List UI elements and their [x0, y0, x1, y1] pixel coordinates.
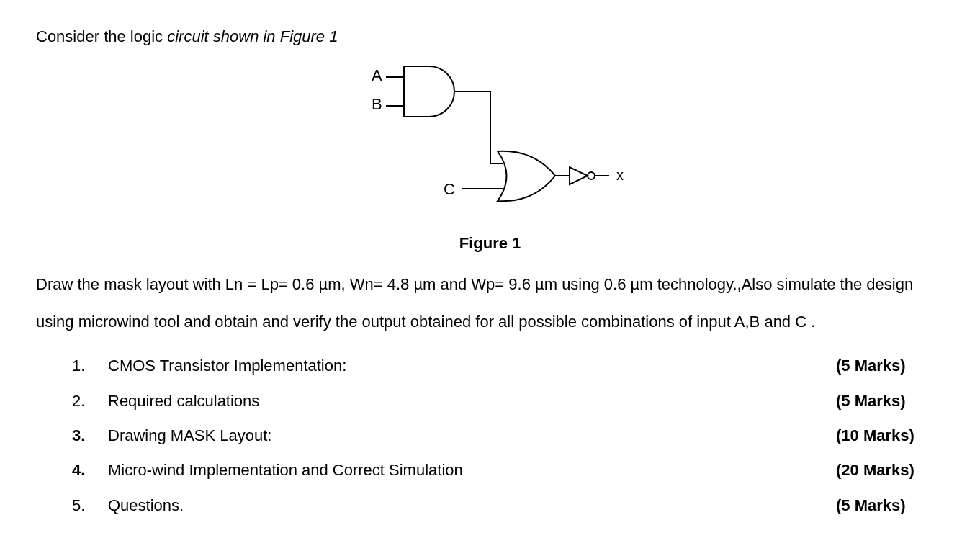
item-label: CMOS Transistor Implementation:: [108, 349, 836, 383]
item-label: Required calculations: [108, 384, 836, 418]
item-number: 5.: [72, 488, 108, 523]
body-text: Draw the mask layout with Ln = Lp= 0.6 µ…: [36, 266, 944, 342]
intro-prefix: Consider the logic: [36, 27, 167, 45]
item-number: 2.: [72, 384, 108, 418]
label-x: x: [616, 167, 624, 183]
item-marks: (5 Marks): [836, 488, 944, 523]
logic-circuit-svg: A B C x: [346, 59, 634, 225]
not-gate: [570, 167, 609, 184]
item-label: Drawing MASK Layout:: [108, 418, 836, 453]
item-label: Questions.: [108, 488, 836, 523]
marks-list: 1. CMOS Transistor Implementation: (5 Ma…: [36, 349, 944, 523]
circuit-diagram: A B C x: [36, 59, 944, 225]
label-c: C: [444, 180, 455, 198]
list-item: 3. Drawing MASK Layout: (10 Marks): [72, 418, 944, 453]
or-gate: [498, 151, 570, 201]
label-b: B: [372, 95, 382, 113]
item-marks: (20 Marks): [836, 453, 944, 488]
and-gate: [386, 66, 490, 117]
label-a: A: [372, 66, 382, 84]
figure-caption: Figure 1: [36, 228, 944, 259]
list-item: 2. Required calculations (5 Marks): [72, 384, 944, 418]
item-number: 3.: [72, 418, 108, 453]
item-label: Micro-wind Implementation and Correct Si…: [108, 453, 836, 488]
item-marks: (5 Marks): [836, 384, 944, 418]
list-item: 1. CMOS Transistor Implementation: (5 Ma…: [72, 349, 944, 383]
intro-line: Consider the logic circuit shown in Figu…: [36, 22, 944, 52]
list-item: 5. Questions. (5 Marks): [72, 488, 944, 523]
intro-italic: circuit shown in Figure 1: [167, 27, 338, 45]
item-marks: (10 Marks): [836, 418, 944, 453]
item-number: 1.: [72, 349, 108, 383]
list-item: 4. Micro-wind Implementation and Correct…: [72, 453, 944, 488]
item-marks: (5 Marks): [836, 349, 944, 383]
item-number: 4.: [72, 453, 108, 488]
